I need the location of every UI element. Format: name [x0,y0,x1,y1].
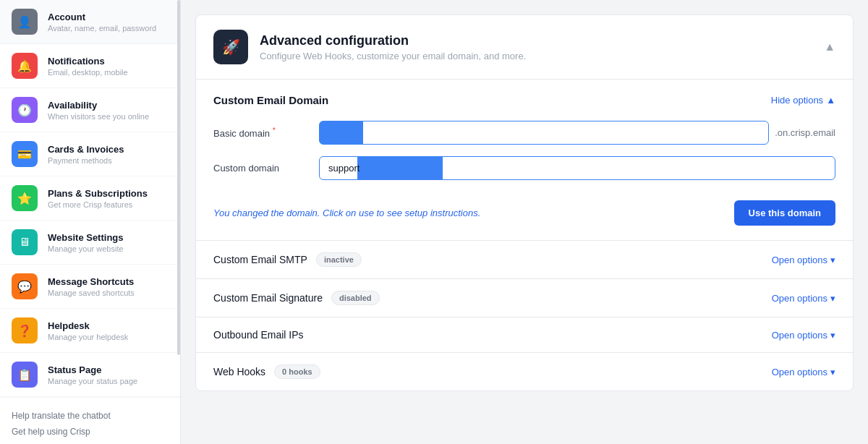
sidebar-item-status[interactable]: 📋 Status Page Manage your status page [0,353,180,397]
sidebar-message-subtitle: Manage saved shortcuts [48,289,135,297]
chevron-down-icon: ▾ [830,367,835,377]
cards-icon: 💳 [12,141,38,167]
sidebar-website-title: Website Settings [48,232,124,243]
sidebar-helpdesk-title: Helpdesk [48,320,128,331]
chevron-up-icon[interactable]: ▲ [824,40,835,54]
basic-domain-input-wrapper: .on.crisp.email [319,121,835,145]
webhooks-badge: 0 hooks [274,364,320,379]
config-icon: 🚀 [213,30,248,64]
signature-title: Custom Email Signature [213,292,323,304]
helpdesk-icon: ❓ [12,317,38,343]
sidebar-item-message[interactable]: 💬 Message Shortcuts Manage saved shortcu… [0,265,180,309]
outbound-open-options[interactable]: Open options ▾ [772,330,835,341]
config-card: 🚀 Advanced configuration Configure Web H… [195,14,854,391]
chevron-up-small-icon: ▲ [826,95,835,106]
sidebar-status-title: Status Page [48,364,137,375]
smtp-row: Custom Email SMTP inactive Open options … [196,241,853,279]
sidebar-availability-title: Availability [48,100,149,111]
sidebar-footer: Help translate the chatbot Get help usin… [0,397,180,444]
notifications-icon: 🔔 [12,53,38,79]
chevron-down-icon: ▾ [830,330,835,341]
footer-link-translate[interactable]: Help translate the chatbot [12,408,169,424]
account-icon: 👤 [12,9,38,35]
sidebar: 👤 Account Avatar, name, email, password … [0,0,181,444]
config-subtitle: Configure Web Hooks, customize your emai… [260,51,526,61]
smtp-title: Custom Email SMTP [213,254,307,265]
sidebar-helpdesk-subtitle: Manage your helpdesk [48,333,128,341]
config-header-text: Advanced configuration Configure Web Hoo… [260,33,526,61]
custom-domain-input[interactable] [319,156,835,180]
basic-domain-label: Basic domain * [213,126,307,139]
signature-badge: disabled [331,291,380,305]
sidebar-website-subtitle: Manage your website [48,244,124,253]
email-domain-title: Custom Email Domain [213,94,328,106]
hide-options-button[interactable]: Hide options ▲ [771,95,835,106]
smtp-open-options[interactable]: Open options ▾ [772,255,835,265]
main-content: 🚀 Advanced configuration Configure Web H… [181,0,868,444]
webhooks-open-options[interactable]: Open options ▾ [772,367,835,377]
sidebar-notifications-title: Notifications [48,56,128,67]
sidebar-cards-title: Cards & Invoices [48,144,124,155]
footer-link-help[interactable]: Get help using Crisp [12,424,169,440]
sidebar-notifications-subtitle: Email, desktop, mobile [48,68,128,77]
sidebar-item-availability[interactable]: 🕐 Availability When visitors see you onl… [0,88,180,132]
sidebar-item-plans[interactable]: ⭐ Plans & Subscriptions Get more Crisp f… [0,176,180,221]
sidebar-account-title: Account [48,12,156,22]
sidebar-item-cards[interactable]: 💳 Cards & Invoices Payment methods [0,132,180,176]
info-text: You changed the domain. Click on use to … [213,208,480,218]
message-icon: 💬 [12,273,38,299]
availability-icon: 🕐 [12,97,38,123]
signature-row: Custom Email Signature disabled Open opt… [196,279,853,317]
webhooks-row: Web Hooks 0 hooks Open options ▾ [196,353,853,390]
basic-domain-input[interactable] [319,121,769,145]
outbound-row: Outbound Email IPs Open options ▾ [196,317,853,353]
website-icon: 🖥 [12,229,38,255]
config-header: 🚀 Advanced configuration Configure Web H… [196,15,853,80]
sidebar-cards-subtitle: Payment methods [48,156,124,165]
sidebar-plans-title: Plans & Subscriptions [48,188,148,199]
webhooks-title: Web Hooks [213,366,265,377]
sidebar-item-website[interactable]: 🖥 Website Settings Manage your website [0,221,180,265]
basic-domain-suffix: .on.crisp.email [775,127,835,138]
outbound-title: Outbound Email IPs [213,329,304,341]
info-row: You changed the domain. Click on use to … [213,192,835,226]
custom-domain-row: Custom domain [213,156,835,180]
use-domain-button[interactable]: Use this domain [734,200,835,226]
basic-domain-row: Basic domain * .on.crisp.email [213,121,835,145]
sidebar-plans-subtitle: Get more Crisp features [48,200,148,209]
status-icon: 📋 [12,362,38,388]
chevron-down-icon: ▾ [830,255,835,265]
chevron-down-icon: ▾ [830,293,835,304]
sidebar-item-helpdesk[interactable]: ❓ Helpdesk Manage your helpdesk [0,309,180,353]
config-title: Advanced configuration [260,33,526,48]
sidebar-item-notifications[interactable]: 🔔 Notifications Email, desktop, mobile [0,44,180,88]
email-domain-section: Custom Email Domain Hide options ▲ Basic… [196,80,853,241]
hide-options-label: Hide options [771,95,823,106]
smtp-badge: inactive [316,252,362,267]
custom-domain-label: Custom domain [213,163,307,174]
sidebar-availability-subtitle: When visitors see you online [48,112,149,121]
scroll-indicator [177,0,180,355]
email-domain-header: Custom Email Domain Hide options ▲ [213,94,835,106]
plans-icon: ⭐ [12,185,38,211]
sidebar-account-subtitle: Avatar, name, email, password [48,24,156,33]
signature-open-options[interactable]: Open options ▾ [772,293,835,304]
sidebar-item-account[interactable]: 👤 Account Avatar, name, email, password [0,0,180,44]
sidebar-status-subtitle: Manage your status page [48,377,137,385]
sidebar-message-title: Message Shortcuts [48,276,135,287]
